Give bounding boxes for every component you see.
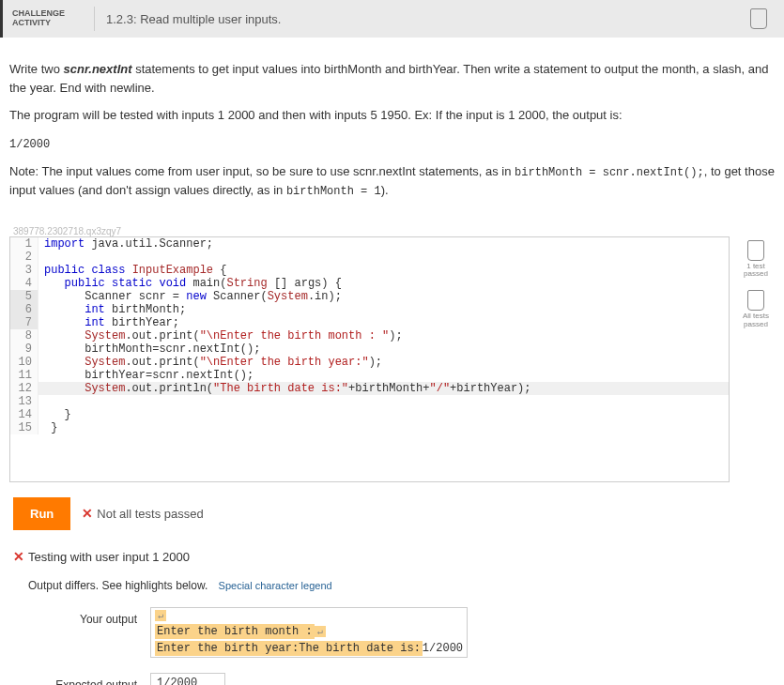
gutter-13: 13 — [10, 395, 38, 408]
gutter-15: 15 — [10, 421, 38, 434]
instruction-p2: The program will be tested with inputs 1… — [9, 106, 775, 125]
shield-icon — [750, 8, 767, 29]
test-result-line: ✕Testing with user input 1 2000 — [0, 545, 784, 568]
gutter-1: 1 — [10, 237, 38, 251]
p2-code: 1/2000 — [9, 138, 50, 151]
one-test-passed-badge: 1 test passed — [737, 240, 775, 280]
code-line-15: } — [38, 421, 729, 434]
your-output-label: Your output — [28, 607, 150, 626]
output-diff-message: Output differs. See highlights below. Sp… — [0, 568, 784, 600]
run-status-text: Not all tests passed — [97, 507, 203, 521]
p2-text: The program will be tested with inputs 1… — [9, 108, 623, 122]
code-line-8: System.out.print("\nEnter the birth mont… — [38, 329, 729, 342]
instruction-p1: Write two scnr.nextInt statements to get… — [9, 60, 775, 97]
gutter-14: 14 — [10, 408, 38, 421]
p1-pre: Write two — [9, 62, 64, 76]
badge-1-text: 1 test passed — [737, 263, 775, 280]
code-line-11: birthYear=scnr.nextInt(); — [38, 369, 729, 382]
gutter-2: 2 — [10, 251, 38, 264]
p3-pre: Note: The input values come from user in… — [9, 164, 515, 178]
code-line-9: birthMonth=scnr.nextInt(); — [38, 342, 729, 356]
p3-code1: birthMonth = scnr.nextInt(); — [515, 166, 704, 179]
code-line-6: int birthMonth; — [38, 303, 729, 316]
your-output-row: Your output ↵ Enter the birth month : ↵ … — [0, 600, 784, 665]
p1-bold: scnr.nextInt — [64, 62, 132, 76]
your-output-line3-hl: Enter the birth year:The birth date is: — [155, 641, 423, 656]
gutter-4: 4 — [10, 277, 38, 290]
code-line-13 — [38, 395, 729, 408]
code-line-4: public static void main(String [] args) … — [38, 277, 729, 290]
return-symbol-icon: ↵ — [315, 626, 326, 637]
badge-2-text: All tests passed — [737, 312, 775, 329]
code-line-1: import java.util.Scanner; — [38, 237, 729, 251]
code-line-14: } — [38, 408, 729, 421]
challenge-header: CHALLENGE ACTIVITY 1.2.3: Read multiple … — [0, 0, 784, 38]
expected-output-box: 1/2000 — [150, 673, 225, 686]
code-line-2 — [38, 251, 729, 264]
special-char-legend-link[interactable]: Special character legend — [219, 580, 332, 591]
challenge-title: 1.2.3: Read multiple user inputs. — [106, 12, 750, 26]
code-line-12: System.out.println("The birth date is:"+… — [38, 382, 729, 395]
code-line-10: System.out.print("\nEnter the birth year… — [38, 356, 729, 369]
watermark: 389778.2302718.qx3zqy7 — [13, 226, 784, 236]
gutter-12: 12 — [10, 382, 38, 395]
code-line-3: public class InputExample { — [38, 264, 729, 277]
code-line-5: Scanner scnr = new Scanner(System.in); — [38, 290, 729, 303]
your-output-box: ↵ Enter the birth month : ↵ Enter the bi… — [150, 607, 468, 658]
x-icon: ✕ — [13, 549, 24, 564]
gutter-5: 5 — [10, 290, 38, 303]
gutter-6: 6 — [10, 303, 38, 316]
header-divider — [94, 7, 95, 31]
shield-icon — [747, 240, 764, 261]
p3-code2: birthMonth = 1 — [286, 185, 381, 198]
diff-text: Output differs. See highlights below. — [28, 579, 208, 592]
p3-post: ). — [381, 183, 389, 197]
run-button[interactable]: Run — [13, 497, 70, 530]
gutter-9: 9 — [10, 342, 38, 356]
return-symbol-icon: ↵ — [155, 610, 166, 621]
gutter-10: 10 — [10, 356, 38, 369]
code-editor[interactable]: 1import java.util.Scanner; 2 3public cla… — [9, 236, 730, 482]
gutter-3: 3 — [10, 264, 38, 277]
your-output-line3-tail: 1/2000 — [423, 642, 463, 655]
run-status: ✕Not all tests passed — [82, 506, 203, 521]
shield-icon — [747, 290, 764, 311]
gutter-7: 7 — [10, 316, 38, 329]
instruction-p3: Note: The input values come from user in… — [9, 162, 775, 200]
test-badges: 1 test passed All tests passed — [737, 236, 775, 482]
all-tests-passed-badge: All tests passed — [737, 290, 775, 329]
challenge-activity-label: CHALLENGE ACTIVITY — [12, 9, 83, 28]
x-icon: ✕ — [82, 506, 93, 521]
expected-output-row: Expected output 1/2000 — [0, 665, 784, 686]
test-input-text: Testing with user input 1 2000 — [28, 550, 190, 564]
expected-output-label: Expected output — [28, 673, 150, 686]
gutter-8: 8 — [10, 329, 38, 342]
your-output-line2-hl: Enter the birth month : — [155, 624, 315, 639]
header-label-2: ACTIVITY — [12, 19, 83, 28]
code-line-7: int birthYear; — [38, 316, 729, 329]
instructions: Write two scnr.nextInt statements to get… — [0, 38, 784, 222]
gutter-11: 11 — [10, 369, 38, 382]
